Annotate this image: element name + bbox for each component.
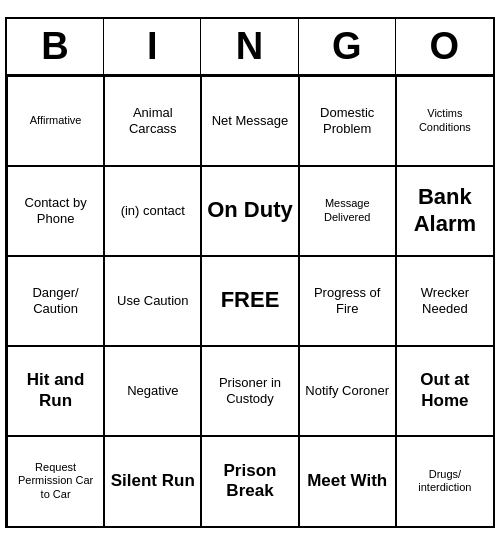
bingo-card: BINGO AffirmativeAnimal CarcassNet Messa…	[5, 17, 495, 528]
cell-text-7: On Duty	[207, 197, 293, 223]
bingo-cell-13: Progress of Fire	[299, 256, 396, 346]
bingo-letter-o: O	[396, 19, 493, 74]
bingo-cell-18: Notify Coroner	[299, 346, 396, 436]
cell-text-23: Meet With	[307, 471, 387, 491]
bingo-letter-n: N	[201, 19, 298, 74]
bingo-cell-0: Affirmative	[7, 76, 104, 166]
bingo-cell-10: Danger/ Caution	[7, 256, 104, 346]
bingo-cell-16: Negative	[104, 346, 201, 436]
bingo-letter-b: B	[7, 19, 104, 74]
bingo-cell-12: FREE	[201, 256, 298, 346]
cell-text-0: Affirmative	[30, 114, 82, 127]
cell-text-17: Prisoner in Custody	[206, 375, 293, 406]
bingo-cell-1: Animal Carcass	[104, 76, 201, 166]
cell-text-14: Wrecker Needed	[401, 285, 489, 316]
cell-text-4: Victims Conditions	[401, 107, 489, 133]
bingo-letter-i: I	[104, 19, 201, 74]
bingo-cell-22: Prison Break	[201, 436, 298, 526]
bingo-letter-g: G	[299, 19, 396, 74]
bingo-cell-7: On Duty	[201, 166, 298, 256]
bingo-cell-15: Hit and Run	[7, 346, 104, 436]
bingo-cell-4: Victims Conditions	[396, 76, 493, 166]
cell-text-20: Request Permission Car to Car	[12, 461, 99, 501]
cell-text-5: Contact by Phone	[12, 195, 99, 226]
bingo-cell-5: Contact by Phone	[7, 166, 104, 256]
bingo-cell-8: Message Delivered	[299, 166, 396, 256]
bingo-cell-17: Prisoner in Custody	[201, 346, 298, 436]
cell-text-2: Net Message	[212, 113, 289, 129]
cell-text-13: Progress of Fire	[304, 285, 391, 316]
bingo-cell-19: Out at Home	[396, 346, 493, 436]
cell-text-24: Drugs/ interdiction	[401, 468, 489, 494]
cell-text-15: Hit and Run	[12, 370, 99, 411]
bingo-cell-21: Silent Run	[104, 436, 201, 526]
bingo-cell-2: Net Message	[201, 76, 298, 166]
cell-text-1: Animal Carcass	[109, 105, 196, 136]
cell-text-12: FREE	[221, 287, 280, 313]
bingo-cell-11: Use Caution	[104, 256, 201, 346]
bingo-cell-3: Domestic Problem	[299, 76, 396, 166]
bingo-cell-14: Wrecker Needed	[396, 256, 493, 346]
bingo-cell-9: Bank Alarm	[396, 166, 493, 256]
bingo-header: BINGO	[7, 19, 493, 76]
bingo-cell-23: Meet With	[299, 436, 396, 526]
bingo-cell-6: (in) contact	[104, 166, 201, 256]
cell-text-16: Negative	[127, 383, 178, 399]
cell-text-11: Use Caution	[117, 293, 189, 309]
cell-text-6: (in) contact	[121, 203, 185, 219]
bingo-cell-20: Request Permission Car to Car	[7, 436, 104, 526]
cell-text-8: Message Delivered	[304, 197, 391, 223]
cell-text-18: Notify Coroner	[305, 383, 389, 399]
cell-text-19: Out at Home	[401, 370, 489, 411]
cell-text-3: Domestic Problem	[304, 105, 391, 136]
cell-text-22: Prison Break	[206, 461, 293, 502]
bingo-grid: AffirmativeAnimal CarcassNet MessageDome…	[7, 76, 493, 526]
cell-text-9: Bank Alarm	[401, 184, 489, 237]
cell-text-21: Silent Run	[111, 471, 195, 491]
bingo-cell-24: Drugs/ interdiction	[396, 436, 493, 526]
cell-text-10: Danger/ Caution	[12, 285, 99, 316]
